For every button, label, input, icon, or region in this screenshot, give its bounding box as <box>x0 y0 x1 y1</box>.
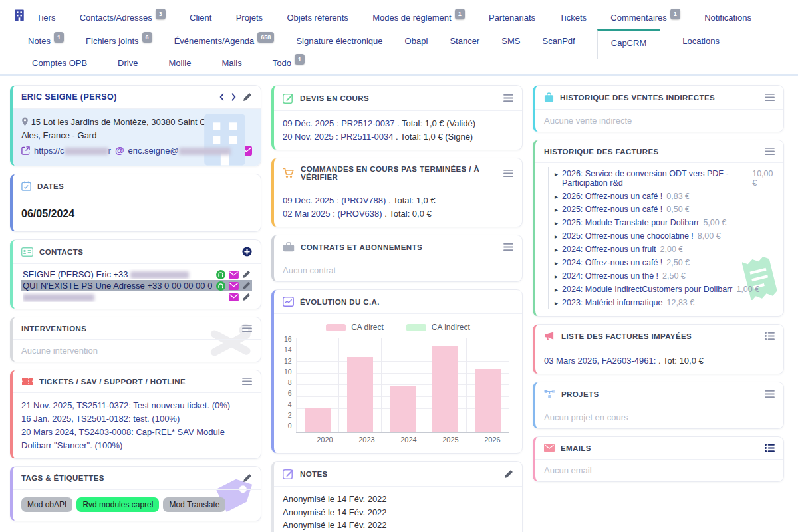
send-email-icon[interactable] <box>229 271 239 279</box>
nav-tab-label: Todo <box>273 58 291 68</box>
note-line: Anonymisé le 14 Fév. 2022 <box>283 506 513 519</box>
menu-icon[interactable] <box>765 147 775 156</box>
nav-tab[interactable]: Projets <box>236 13 263 23</box>
edit-tags-icon[interactable] <box>243 473 252 483</box>
nav-tab[interactable]: Locations <box>682 36 720 46</box>
contact-card-icon <box>21 247 33 257</box>
legend-item[interactable]: CA indirect <box>406 323 470 332</box>
send-email-icon[interactable] <box>241 146 252 156</box>
nav-tab-label: Tiers <box>37 13 55 23</box>
nav-tab-label: Contacts/Adresses <box>80 13 152 23</box>
edit-notes-icon[interactable] <box>504 469 513 479</box>
menu-icon[interactable] <box>242 377 252 386</box>
nav-tab[interactable]: Mails <box>221 58 241 68</box>
facture-price: 2,00 € <box>660 245 684 254</box>
nav-tab[interactable]: Stancer <box>450 36 479 46</box>
website-link[interactable]: https://cr <box>34 144 111 158</box>
tag-pill[interactable]: Rvd modules caprel <box>76 497 159 512</box>
nav-tab[interactable]: Todo 1 <box>273 57 305 68</box>
nav-tab[interactable]: Comptes OPB <box>32 58 87 68</box>
menu-icon[interactable] <box>242 324 252 332</box>
facture-row[interactable]: 2025: Offrez-nous un café ! 0,50 € <box>548 203 775 216</box>
contact-row-selected[interactable]: QUI N'EXISTE PS Une Adresse +33 0 00 00 … <box>21 280 252 291</box>
impayee-link[interactable]: 03 Mars 2026, FA2603-4961: <box>544 356 656 366</box>
nav-tab[interactable]: Tiers <box>37 13 55 23</box>
nav-tab[interactable]: SMS <box>501 36 520 46</box>
next-record-icon[interactable] <box>231 92 237 102</box>
tag-pill[interactable]: Mod obAPI <box>21 497 72 512</box>
facture-row[interactable]: 2024: Offrez-nous un café ! 2,50 € <box>548 256 775 269</box>
facture-row[interactable]: 2025: Offrez-nous une chocolatine ! 8,00… <box>548 229 775 243</box>
nav-tab[interactable]: Drive <box>118 58 138 68</box>
factures-title: HISTORIQUE DES FACTURES <box>544 148 759 156</box>
facture-row[interactable]: 2025: Module Translate pour Dolibarr 5,0… <box>548 216 775 229</box>
add-contact-icon[interactable] <box>242 247 252 257</box>
menu-icon[interactable] <box>503 169 513 178</box>
menu-icon[interactable] <box>503 94 513 102</box>
nav-tab[interactable]: Mollie <box>168 58 191 68</box>
ticket-link[interactable]: 21 Nov. 2025, TS2511-0372: Test nouveau … <box>21 399 252 412</box>
edit-thirdparty-icon[interactable] <box>243 92 252 102</box>
menu-icon[interactable] <box>503 243 513 251</box>
legend-item[interactable]: CA direct <box>326 323 384 332</box>
ticket-link[interactable]: 16 Jan. 2025, TS2501-0182: test. (100%) <box>21 412 252 426</box>
nav-tab[interactable]: Contacts/Adresses 3 <box>80 12 166 23</box>
facture-row[interactable]: 2026: Service de conversion ODT vers PDF… <box>548 167 775 190</box>
edit-contact-icon[interactable] <box>242 270 251 279</box>
commande-link[interactable]: 02 Mai 2025 : (PROV638) <box>283 209 382 219</box>
nav-tab[interactable]: Obapi <box>405 36 428 46</box>
prev-record-icon[interactable] <box>219 92 225 102</box>
nav-tab-label: Notes <box>28 36 51 46</box>
tag-pill[interactable]: Mod Translate <box>163 497 225 512</box>
nav-tab[interactable]: Objets référents <box>287 13 348 23</box>
nav-tab[interactable]: Partenariats <box>489 13 535 23</box>
nav-tab[interactable]: Notes 1 <box>28 35 64 46</box>
list-icon[interactable] <box>765 444 775 452</box>
nav-tab[interactable]: Fichiers joints 6 <box>86 35 152 46</box>
edit-contact-icon[interactable] <box>242 281 251 290</box>
contact-row[interactable] <box>21 291 252 303</box>
devis-link[interactable]: 09 Déc. 2025 : PR2512-0037 <box>283 118 394 128</box>
commande-link[interactable]: 09 Déc. 2025 : (PROV788) <box>283 196 386 205</box>
nav-tab[interactable]: Événements/Agenda 658 <box>174 35 275 46</box>
edit-contact-icon[interactable] <box>242 293 251 301</box>
briefcase-icon <box>283 242 295 252</box>
nav-tab-badge: 1 <box>295 54 305 65</box>
facture-price: 8,00 € <box>698 231 721 241</box>
facture-row[interactable]: 2023: Matériel informatique 12,83 € <box>548 296 775 309</box>
facture-row[interactable]: 2024: Offrez-nous un fruit 2,00 € <box>548 243 775 256</box>
at-icon <box>115 144 124 158</box>
devis-link[interactable]: 20 Nov. 2025 : PR2511-0034 <box>283 132 393 142</box>
menu-icon[interactable] <box>765 390 775 398</box>
external-link-icon[interactable] <box>21 146 30 155</box>
projets-title: PROJETS <box>561 390 759 398</box>
nav-tab[interactable]: Client <box>190 13 211 23</box>
send-email-icon[interactable] <box>229 282 239 290</box>
facture-row[interactable]: 2026: Offrez-nous un café ! 0,83 € <box>548 190 775 203</box>
ventes-empty: Aucune vente indirecte <box>544 116 632 126</box>
nav-tab[interactable]: Tickets <box>559 13 587 23</box>
note-line: Anonymisé le 14 Fév. 2022 <box>283 493 513 506</box>
facture-row[interactable]: 2024: Offrez-nous un thé ! 2,50 € <box>548 269 775 283</box>
facture-label: 2026: Service de conversion ODT vers PDF… <box>562 169 748 188</box>
email-link[interactable]: eric.seigne@ <box>128 144 231 158</box>
nav-tab[interactable]: ScanPdf <box>543 36 575 46</box>
nav-tab[interactable]: Commentaires 1 <box>610 12 680 23</box>
facture-row[interactable]: 2024: Module IndirectCustomers pour Doli… <box>548 283 775 296</box>
nav-tab[interactable]: CapCRM <box>597 29 660 59</box>
legend-label: CA direct <box>351 323 384 332</box>
ticket-link[interactable]: 20 Mars 2024, TS2403-0008: Cap-REL* SAV … <box>21 426 252 452</box>
call-headset-icon[interactable] <box>216 270 225 279</box>
facture-price: 10,00 € <box>752 169 775 188</box>
menu-icon[interactable] <box>765 93 775 102</box>
send-email-icon[interactable] <box>229 293 239 301</box>
nav-tab[interactable]: Signature électronique <box>296 36 382 46</box>
facture-price: 1,00 € <box>736 285 759 294</box>
nav-tab[interactable]: Notifications <box>704 13 751 23</box>
call-headset-icon[interactable] <box>216 281 225 291</box>
contact-row[interactable]: SEIGNE (PERSO) Eric +33 <box>21 269 252 280</box>
list-icon[interactable] <box>765 332 775 340</box>
contacts-title: CONTACTS <box>39 248 236 256</box>
nav-tab[interactable]: Modes de règlement 1 <box>372 12 465 23</box>
notes-title: NOTES <box>300 470 498 478</box>
